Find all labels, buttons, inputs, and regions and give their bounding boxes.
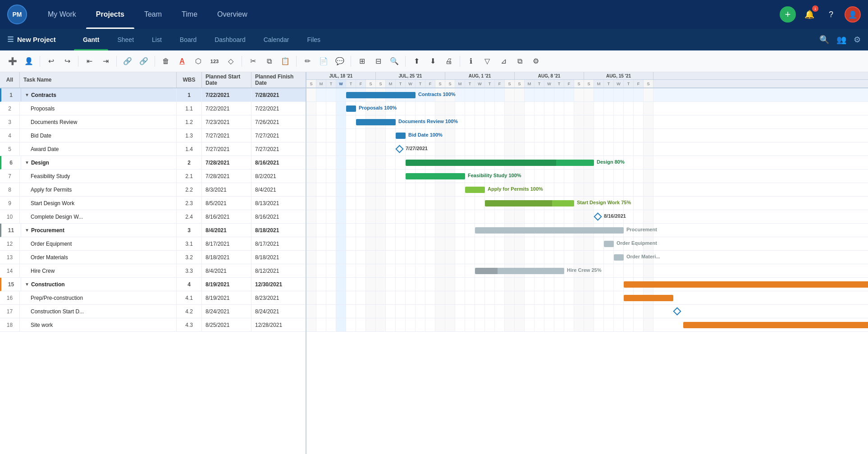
tab-calendar[interactable]: Calendar <box>255 29 298 50</box>
number-format-button[interactable]: 123 <box>207 54 222 69</box>
logo[interactable]: PM <box>7 5 27 24</box>
col-start[interactable]: Planned Start Date <box>202 72 251 87</box>
tab-list[interactable]: List <box>143 29 171 50</box>
copy-button[interactable]: ⧉ <box>262 54 276 69</box>
table-row[interactable]: 16 Prep/Pre-construction 4.1 8/19/2021 8… <box>0 291 306 305</box>
table-header: All Task Name WBS Planned Start Date Pla… <box>0 72 306 88</box>
bar-label: Feasibility Study 100% <box>468 173 521 178</box>
table-row[interactable]: 8 Apply for Permits 2.2 8/3/2021 8/4/202… <box>0 183 306 197</box>
table-row[interactable]: 18 Site work 4.3 8/25/2021 12/28/2021 <box>0 318 306 332</box>
bar-label: Hire Crew 25% <box>567 267 601 273</box>
comment-button[interactable]: 💬 <box>333 54 347 69</box>
gantt-bar[interactable] <box>485 200 574 206</box>
table-row[interactable]: 17 Construction Start D... 4.2 8/24/2021… <box>0 305 306 318</box>
delete-button[interactable]: 🗑 <box>159 54 173 69</box>
info-button[interactable]: ℹ <box>464 54 478 69</box>
gantt-bar[interactable] <box>624 295 673 301</box>
col-all[interactable]: All <box>0 72 20 87</box>
col-finish[interactable]: Planned Finish Date <box>251 72 306 87</box>
export-down-button[interactable]: ⬇ <box>425 54 440 69</box>
table-row[interactable]: 12 Order Equipment 3.1 8/17/2021 8/17/20… <box>0 237 306 251</box>
tab-dashboard[interactable]: Dashboard <box>206 29 255 50</box>
gantt-bar-row <box>306 278 868 291</box>
table-row[interactable]: 1 ▼ Contracts 1 7/22/2021 7/28/2021 <box>0 88 306 102</box>
col-task-name[interactable]: Task Name <box>20 72 177 87</box>
gantt-bar[interactable] <box>465 187 485 193</box>
top-navigation: PM My Work Projects Team Time Overview +… <box>0 0 868 29</box>
collapse-icon[interactable]: ▼ <box>25 92 29 97</box>
gantt-bar[interactable] <box>346 92 416 98</box>
menu-toggle[interactable]: ☰ <box>7 35 14 44</box>
tab-files[interactable]: Files <box>298 29 330 50</box>
gantt-bar[interactable] <box>683 322 868 328</box>
user-avatar[interactable]: 👤 <box>845 6 861 23</box>
col-wbs[interactable]: WBS <box>177 72 202 87</box>
gantt-bar[interactable] <box>406 173 465 179</box>
gantt-bar[interactable] <box>475 227 624 234</box>
nav-item-mywork[interactable]: My Work <box>38 0 86 29</box>
copy-view-button[interactable]: ⧉ <box>512 54 527 69</box>
gantt-bar-row: Apply for Permits 100% <box>306 183 868 197</box>
view-tabs: Gantt Sheet List Board Dashboard Calenda… <box>74 29 819 50</box>
diamond-button[interactable]: ◇ <box>224 54 238 69</box>
gantt-bar[interactable] <box>475 268 564 274</box>
note-button[interactable]: 📄 <box>316 54 331 69</box>
notifications-button[interactable]: 🔔 1 <box>801 6 818 23</box>
settings-icon[interactable]: ⚙ <box>854 35 861 45</box>
add-task-button[interactable]: ➕ <box>5 54 20 69</box>
redo-button[interactable]: ↪ <box>60 54 74 69</box>
gantt-bar[interactable] <box>356 119 396 125</box>
add-user-button[interactable]: 👤 <box>22 54 36 69</box>
gantt-bar[interactable] <box>346 105 356 112</box>
bar-label: Documents Review 100% <box>398 119 458 124</box>
filter-button[interactable]: ⊿ <box>496 54 511 69</box>
add-button[interactable]: + <box>780 6 796 23</box>
grid-button[interactable]: ⊞ <box>355 54 369 69</box>
bar-label: Order Materi... <box>626 254 660 259</box>
table-row[interactable]: 15 ▼ Construction 4 8/19/2021 12/30/2021 <box>0 278 306 291</box>
nav-item-team[interactable]: Team <box>134 0 172 29</box>
nav-item-overview[interactable]: Overview <box>207 0 257 29</box>
filter-funnel-button[interactable]: ▽ <box>480 54 494 69</box>
gantt-bar[interactable] <box>624 281 868 288</box>
settings-button[interactable]: ⚙ <box>529 54 543 69</box>
search-icon[interactable]: 🔍 <box>819 35 829 45</box>
table-row[interactable]: 9 Start Design Work 2.3 8/5/2021 8/13/20… <box>0 197 306 210</box>
zoom-button[interactable]: 🔍 <box>387 54 402 69</box>
table-row[interactable]: 11 ▼ Procurement 3 8/4/2021 8/18/2021 <box>0 224 306 237</box>
paste-button[interactable]: 📋 <box>278 54 292 69</box>
columns-button[interactable]: ⊟ <box>371 54 385 69</box>
print-button[interactable]: 🖨 <box>442 54 456 69</box>
text-color-button[interactable]: A <box>175 54 189 69</box>
table-row[interactable]: 6 ▼ Design 2 7/28/2021 8/16/2021 <box>0 156 306 170</box>
nav-item-time[interactable]: Time <box>172 0 207 29</box>
table-row[interactable]: 5 Award Date 1.4 7/27/2021 7/27/2021 <box>0 142 306 156</box>
unlink-button[interactable]: 🔗 <box>137 54 151 69</box>
table-row[interactable]: 4 Bid Date 1.3 7/27/2021 7/27/2021 <box>0 129 306 142</box>
indent-right-button[interactable]: ⇥ <box>98 54 113 69</box>
indent-left-button[interactable]: ⇤ <box>82 54 96 69</box>
gantt-bar[interactable] <box>604 241 614 247</box>
gantt-bar[interactable] <box>614 254 624 261</box>
table-row[interactable]: 13 Order Materials 3.2 8/18/2021 8/18/20… <box>0 251 306 264</box>
undo-button[interactable]: ↩ <box>44 54 58 69</box>
nav-item-projects[interactable]: Projects <box>86 0 134 29</box>
table-row[interactable]: 7 Feasibility Study 2.1 7/28/2021 8/2/20… <box>0 170 306 183</box>
gantt-bar[interactable] <box>396 133 406 139</box>
tab-sheet[interactable]: Sheet <box>108 29 143 50</box>
edit-button[interactable]: ✏ <box>300 54 315 69</box>
users-icon[interactable]: 👥 <box>836 35 846 45</box>
link-button[interactable]: 🔗 <box>120 54 135 69</box>
table-row[interactable]: 2 Proposals 1.1 7/22/2021 7/22/2021 <box>0 102 306 115</box>
tab-gantt[interactable]: Gantt <box>74 29 109 50</box>
gantt-bar-row: Documents Review 100% <box>306 115 868 129</box>
shapes-button[interactable]: ⬡ <box>191 54 206 69</box>
cut-button[interactable]: ✂ <box>246 54 260 69</box>
gantt-bar[interactable] <box>406 160 594 166</box>
table-row[interactable]: 3 Documents Review 1.2 7/23/2021 7/26/20… <box>0 115 306 129</box>
help-button[interactable]: ? <box>823 6 839 23</box>
table-row[interactable]: 10 Complete Design W... 2.4 8/16/2021 8/… <box>0 210 306 224</box>
tab-board[interactable]: Board <box>171 29 206 50</box>
table-row[interactable]: 14 Hire Crew 3.3 8/4/2021 8/12/2021 <box>0 264 306 278</box>
export-up-button[interactable]: ⬆ <box>409 54 424 69</box>
